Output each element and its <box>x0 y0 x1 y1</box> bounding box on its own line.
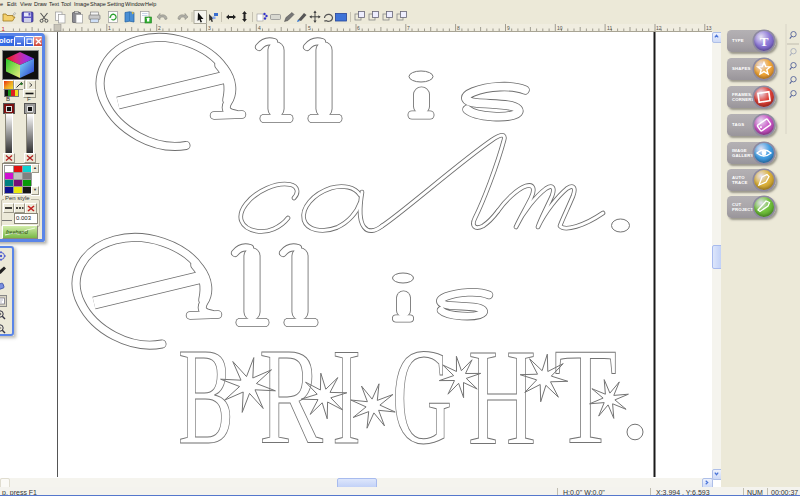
svg-text:10: 10 <box>557 25 563 31</box>
svg-text:6: 6 <box>357 25 360 31</box>
svg-text:1: 1 <box>108 25 111 31</box>
svg-text:7: 7 <box>407 25 410 31</box>
svg-text:G: G <box>392 321 452 473</box>
svg-text:H: H <box>468 321 536 473</box>
svg-text:2: 2 <box>158 25 161 31</box>
svg-text:I: I <box>332 321 361 473</box>
svg-text:12: 12 <box>656 25 662 31</box>
svg-text:11: 11 <box>607 25 612 31</box>
svg-text:4: 4 <box>258 25 261 31</box>
svg-text:13: 13 <box>706 25 712 31</box>
svg-text:9: 9 <box>507 25 510 31</box>
svg-text:3: 3 <box>208 25 211 31</box>
svg-text:B: B <box>178 321 234 473</box>
svg-text:8: 8 <box>457 25 460 31</box>
svg-text:5: 5 <box>308 25 311 31</box>
